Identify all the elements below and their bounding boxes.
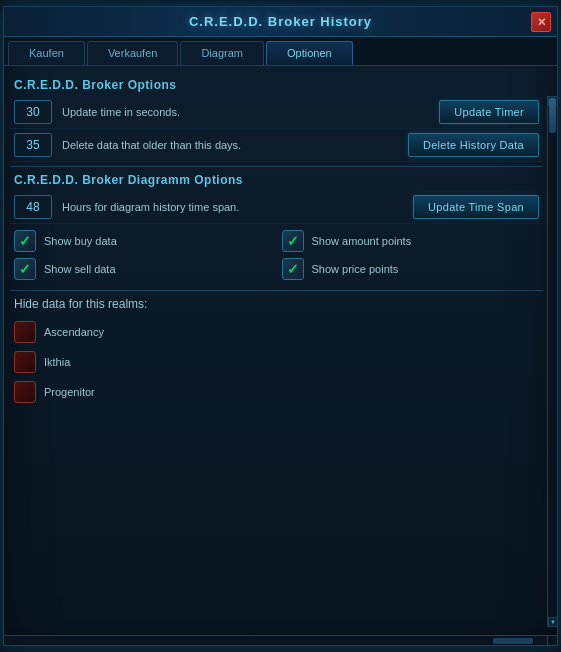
update-timer-button[interactable]: Update Timer [439,100,539,124]
vertical-scrollbar: ▲ ▼ [547,96,557,627]
main-window: C.R.E.D.D. Broker History ✕ Kaufen Verka… [3,6,558,646]
broker-options-header: C.R.E.D.D. Broker Options [10,72,543,96]
tab-kaufen[interactable]: Kaufen [8,41,85,65]
realm-progenitor-label: Progenitor [44,386,95,398]
show-sell-data-label: Show sell data [44,263,116,275]
realm-list: Ascendancy Ikthia Progenitor [10,315,543,409]
show-sell-data-item: ✓ Show sell data [14,258,272,280]
update-time-input[interactable] [14,100,52,124]
show-price-points-label: Show price points [312,263,399,275]
window-title: C.R.E.D.D. Broker History [189,14,372,29]
diagram-options-header: C.R.E.D.D. Broker Diagramm Options [10,167,543,191]
delete-history-button[interactable]: Delete History Data [408,133,539,157]
delete-history-row: Delete data that older than this days. D… [10,129,543,162]
realm-ascendancy-label: Ascendancy [44,326,104,338]
check-icon-sell: ✓ [19,261,31,277]
delete-days-input[interactable] [14,133,52,157]
realms-header: Hide data for this realms: [10,291,543,315]
show-amount-points-label: Show amount points [312,235,412,247]
horizontal-scroll-thumb[interactable] [493,638,533,644]
realm-ikthia: Ikthia [14,349,539,375]
realm-ascendancy-checkbox[interactable] [14,321,36,343]
show-buy-data-item: ✓ Show buy data [14,230,272,252]
title-bar: C.R.E.D.D. Broker History ✕ [4,7,557,37]
close-button[interactable]: ✕ [531,12,551,32]
update-timer-row: Update time in seconds. Update Timer [10,96,543,129]
check-icon-price: ✓ [287,261,299,277]
delete-days-label: Delete data that older than this days. [62,139,408,151]
show-sell-data-checkbox[interactable]: ✓ [14,258,36,280]
tab-diagram[interactable]: Diagram [180,41,264,65]
realm-ascendancy: Ascendancy [14,319,539,345]
main-content: C.R.E.D.D. Broker Options Update time in… [4,66,557,635]
check-icon-amount: ✓ [287,233,299,249]
update-time-label: Update time in seconds. [62,106,439,118]
scroll-thumb[interactable] [549,98,556,133]
realm-progenitor: Progenitor [14,379,539,405]
check-icon-buy: ✓ [19,233,31,249]
scroll-corner [547,636,557,645]
horizontal-scroll-track [4,636,547,645]
show-price-points-checkbox[interactable]: ✓ [282,258,304,280]
hours-input[interactable] [14,195,52,219]
tab-bar: Kaufen Verkaufen Diagram Optionen [4,37,557,66]
scroll-track [548,106,557,617]
tab-verkaufen[interactable]: Verkaufen [87,41,179,65]
show-buy-data-checkbox[interactable]: ✓ [14,230,36,252]
show-amount-points-checkbox[interactable]: ✓ [282,230,304,252]
update-timespan-button[interactable]: Update Time Span [413,195,539,219]
realm-progenitor-checkbox[interactable] [14,381,36,403]
show-buy-data-label: Show buy data [44,235,117,247]
show-amount-points-item: ✓ Show amount points [282,230,540,252]
tab-optionen[interactable]: Optionen [266,41,353,65]
realm-ikthia-checkbox[interactable] [14,351,36,373]
hours-row: Hours for diagram history time span. Upd… [10,191,543,224]
realm-ikthia-label: Ikthia [44,356,70,368]
show-price-points-item: ✓ Show price points [282,258,540,280]
horizontal-scrollbar [4,635,557,645]
hours-label: Hours for diagram history time span. [62,201,413,213]
checkbox-grid: ✓ Show buy data ✓ Show amount points ✓ S… [10,224,543,286]
scroll-down-arrow[interactable]: ▼ [548,617,557,627]
